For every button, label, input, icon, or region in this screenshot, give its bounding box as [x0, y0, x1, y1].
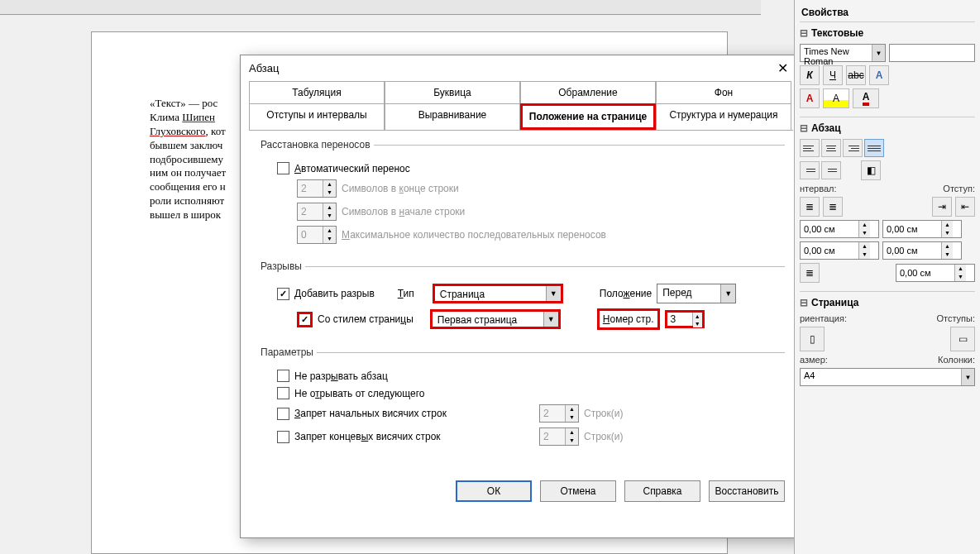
close-icon[interactable]: ✕ — [772, 60, 793, 76]
text-group-title[interactable]: Текстовые — [800, 27, 975, 39]
spacing-inc-icon[interactable]: ≣ — [800, 197, 820, 217]
chevron-down-icon[interactable]: ▼ — [693, 320, 702, 327]
align-justify-icon[interactable] — [864, 139, 884, 157]
chevron-up-icon: ▲ — [323, 180, 336, 189]
interval-label: нтервал: — [800, 184, 837, 193]
chevron-up-icon[interactable]: ▲ — [693, 313, 702, 320]
font-size-combo[interactable] — [889, 44, 975, 62]
para-bg-icon[interactable]: ◧ — [861, 160, 881, 180]
bullets-icon[interactable] — [800, 161, 820, 179]
breaks-fieldset: Разрывы Добавить разрыв Тип Страница ▼ П… — [257, 260, 785, 335]
strike-icon[interactable]: abc — [846, 65, 866, 85]
chevron-up-icon: ▲ — [859, 242, 870, 251]
page-style-combo[interactable]: Первая страница ▼ — [430, 309, 561, 329]
no-split-checkbox[interactable] — [277, 370, 289, 382]
size-label: азмер: — [800, 355, 828, 365]
chevron-down-icon: ▼ — [323, 189, 336, 197]
orientation-portrait-icon[interactable]: ▯ — [800, 327, 825, 351]
page-properties-group: Страница риентация: Отступы: ▯ ▭ азмер: … — [800, 291, 975, 394]
numbering-icon[interactable] — [821, 161, 841, 179]
indent-left-spinner[interactable]: ▲▼ — [882, 220, 962, 238]
align-right-icon[interactable] — [843, 139, 863, 157]
chars-end-label: Символов в конце строки — [342, 183, 459, 194]
chars-end-spinner: ▲▼ — [297, 179, 337, 198]
position-label: Положение — [600, 288, 652, 299]
max-hyphen-spinner: ▲▼ — [297, 226, 337, 244]
max-hyphen-label: Максимальное количество последовательных… — [342, 229, 606, 241]
paragraph-dialog: Абзац ✕ Табуляция Буквица Обрамление Фон… — [240, 55, 802, 538]
chevron-up-icon: ▲ — [942, 242, 953, 251]
help-button[interactable]: Справка — [624, 480, 700, 502]
spacing-below-spinner[interactable]: ▲▼ — [800, 241, 879, 260]
indent-dec-icon[interactable]: ⇤ — [955, 197, 975, 217]
widow-label: Запрет концевых висячих строк — [294, 431, 534, 442]
page-style-checkbox[interactable] — [297, 312, 313, 327]
chevron-down-icon: ▼ — [543, 312, 558, 327]
tab-tabulation[interactable]: Табуляция — [249, 81, 385, 103]
sidebar-panel: Свойства Текстовые Times New Roman ▼ К Ч… — [794, 0, 980, 554]
spacing-dec-icon[interactable]: ≣ — [823, 197, 843, 217]
chevron-down-icon: ▼ — [323, 212, 336, 220]
chevron-up-icon: ▲ — [323, 227, 336, 235]
break-type-combo[interactable]: Страница ▼ — [433, 284, 563, 303]
tab-alignment[interactable]: Выравнивание — [385, 103, 520, 130]
ok-button[interactable]: ОК — [456, 480, 532, 502]
tab-text-flow[interactable]: Положение на странице — [520, 103, 656, 130]
page-group-title[interactable]: Страница — [800, 297, 975, 308]
margins-icon[interactable]: ▭ — [950, 327, 975, 351]
insert-break-checkbox[interactable] — [277, 288, 289, 300]
text-properties-group: Текстовые Times New Roman ▼ К Ч abc A A … — [800, 21, 975, 117]
dialog-buttons: ОК Отмена Справка Восстановить — [241, 470, 801, 512]
page-num-spinner[interactable]: ▲▼ — [665, 310, 705, 328]
char-bg-icon[interactable]: A — [853, 88, 879, 108]
chevron-up-icon: ▲ — [955, 265, 966, 273]
reset-button[interactable]: Восстановить — [709, 480, 785, 502]
first-line-spinner[interactable]: ▲▼ — [896, 264, 975, 282]
dialog-body: Расстановка переносов ААвтоматический пе… — [241, 131, 801, 470]
orphan-checkbox[interactable] — [277, 408, 289, 420]
chevron-down-icon: ▼ — [323, 235, 336, 243]
auto-hyphen-checkbox[interactable] — [277, 162, 289, 174]
breaks-legend: Разрывы — [257, 260, 305, 272]
chevron-up-icon: ▲ — [859, 221, 870, 229]
highlight-icon[interactable]: A — [823, 88, 849, 108]
keep-next-checkbox[interactable] — [277, 387, 289, 399]
chevron-down-icon: ▼ — [942, 251, 953, 259]
dialog-tabs: Табуляция Буквица Обрамление Фон Отступы… — [249, 81, 793, 131]
chevron-down-icon: ▼ — [566, 437, 578, 445]
font-name-combo[interactable]: Times New Roman ▼ — [800, 44, 886, 62]
chevron-up-icon: ▲ — [566, 428, 578, 437]
line-spacing-icon[interactable]: ≣ — [800, 263, 820, 283]
chevron-down-icon: ▼ — [955, 273, 966, 281]
chevron-down-icon: ▼ — [872, 45, 885, 61]
hyphenation-legend: Расстановка переносов — [257, 139, 374, 150]
dialog-titlebar[interactable]: Абзац ✕ — [241, 55, 801, 81]
indent-right-spinner[interactable]: ▲▼ — [882, 241, 962, 260]
page-num-label: Номер стр. — [597, 308, 660, 330]
chevron-up-icon: ▲ — [942, 221, 953, 229]
underline-icon[interactable]: Ч — [823, 65, 843, 85]
tab-background[interactable]: Фон — [656, 81, 791, 103]
spacing-above-spinner[interactable]: ▲▼ — [800, 220, 879, 238]
font-format-icon[interactable]: A — [869, 65, 889, 85]
break-position-combo[interactable]: Перед ▼ — [657, 284, 736, 303]
align-center-icon[interactable] — [821, 139, 841, 157]
indent-inc-icon[interactable]: ⇥ — [932, 197, 952, 217]
page-size-combo[interactable]: A4 ▼ — [800, 368, 975, 386]
bold-icon[interactable]: К — [800, 65, 820, 85]
widow-checkbox[interactable] — [277, 431, 289, 443]
tab-dropcap[interactable]: Буквица — [385, 81, 520, 103]
font-color-icon[interactable]: A — [800, 88, 820, 108]
auto-hyphen-label: ААвтоматический переносвтоматический пер… — [294, 163, 410, 174]
tab-borders[interactable]: Обрамление — [520, 81, 656, 103]
align-left-icon[interactable] — [800, 139, 820, 157]
cancel-button[interactable]: Отмена — [540, 480, 616, 502]
tab-outline[interactable]: Структура и нумерация — [656, 103, 791, 130]
chevron-down-icon: ▼ — [942, 229, 953, 237]
para-group-title[interactable]: Абзац — [800, 122, 975, 134]
paragraph-properties-group: Абзац ◧ нтервал: Отступ: ≣ ≣ ⇥ ⇤ ▲▼ ▲▼ — [800, 117, 975, 291]
orphan-label: Запрет начальных висячих строк — [294, 408, 534, 419]
ruler-horizontal — [0, 0, 761, 15]
tab-indents[interactable]: Отступы и интервалы — [249, 103, 385, 130]
chevron-down-icon: ▼ — [720, 284, 735, 303]
